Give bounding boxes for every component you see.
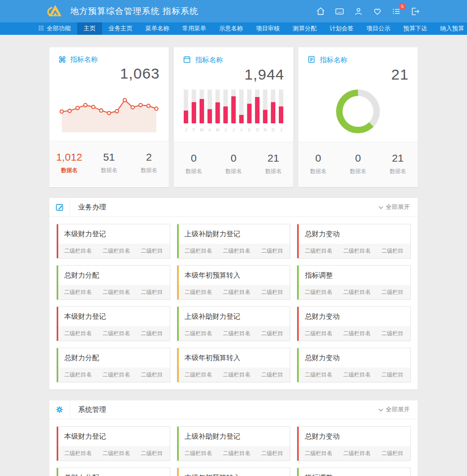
sublink[interactable]: 二级栏目名: [103, 288, 130, 296]
sublink[interactable]: 二级栏目名: [343, 371, 370, 379]
function-card[interactable]: 总财力分配二级栏目名二级栏目名二级栏目: [56, 348, 170, 382]
function-card-sublinks: 二级栏目名二级栏目名二级栏目: [297, 326, 410, 341]
sublink[interactable]: 二级栏目名: [64, 371, 92, 379]
accent-bar: [57, 348, 58, 382]
nav-item-3[interactable]: 菜单名称: [139, 22, 176, 35]
function-card[interactable]: 上级补助财力登记二级栏目名二级栏目名二级栏目: [177, 306, 291, 341]
sublink[interactable]: 二级栏目名: [223, 330, 250, 337]
expand-all-button[interactable]: 全部展开: [378, 405, 410, 414]
nav-item-7[interactable]: 测算分配: [286, 22, 323, 35]
sublink[interactable]: 二级栏目名: [185, 450, 212, 457]
sublink[interactable]: 二级栏目: [381, 288, 403, 296]
function-card[interactable]: 总财力变动二级栏目名二级栏目名二级栏目: [297, 306, 411, 341]
expand-all-button[interactable]: 全部展开: [378, 203, 410, 211]
metric: 51数据名: [89, 151, 129, 174]
function-card[interactable]: 总财力分配二级栏目名二级栏目名二级栏目: [56, 265, 170, 300]
function-card[interactable]: 本级财力登记二级栏目名二级栏目名二级栏目: [56, 306, 170, 341]
sublink[interactable]: 二级栏目: [141, 371, 163, 379]
function-card[interactable]: 总财力变动二级栏目名二级栏目名二级栏目: [297, 348, 411, 382]
sublink[interactable]: 二级栏目: [141, 330, 163, 337]
sublink[interactable]: 二级栏目: [141, 288, 163, 296]
panel-system: 系统管理全部展开本级财力登记二级栏目名二级栏目名二级栏目上级补助财力登记二级栏目…: [49, 400, 418, 476]
sublink[interactable]: 二级栏目名: [305, 288, 332, 296]
sublink[interactable]: 二级栏目名: [64, 450, 92, 457]
nav-item-11[interactable]: 纳入预算: [434, 22, 467, 35]
function-card[interactable]: 总财力变动二级栏目名二级栏目名二级栏目: [297, 426, 411, 461]
nav-item-5[interactable]: 示意名称: [213, 22, 249, 35]
sublink[interactable]: 二级栏目: [141, 247, 163, 255]
sublink[interactable]: 二级栏目: [261, 288, 283, 296]
sublink[interactable]: 二级栏目: [381, 450, 403, 457]
nav-item-2[interactable]: 业务主页: [102, 22, 139, 35]
sublink[interactable]: 二级栏目名: [185, 247, 212, 255]
sublink[interactable]: 二级栏目名: [305, 330, 332, 337]
sublink[interactable]: 二级栏目: [261, 371, 283, 379]
sublink[interactable]: 二级栏目名: [343, 330, 370, 337]
svg-text:N: N: [264, 127, 267, 132]
nav-item-1[interactable]: 主页: [77, 22, 102, 35]
sublink[interactable]: 二级栏目名: [305, 247, 332, 255]
function-card-title: 总财力分配: [57, 266, 170, 285]
sublink[interactable]: 二级栏目: [141, 450, 163, 457]
function-card-title: 上级补助财力登记: [177, 224, 290, 244]
heart-icon[interactable]: [372, 6, 383, 17]
function-card[interactable]: 指标调整二级栏目名二级栏目名二级栏目: [297, 265, 411, 300]
sublink[interactable]: 二级栏目名: [103, 330, 130, 337]
sublink[interactable]: 二级栏目名: [343, 450, 370, 457]
sublink[interactable]: 二级栏目名: [343, 288, 370, 296]
sublink[interactable]: 二级栏目名: [223, 371, 250, 379]
sublink[interactable]: 二级栏目: [381, 247, 403, 255]
donut-chart: [336, 90, 380, 133]
function-card[interactable]: 本级年初预算转入二级栏目名二级栏目名二级栏目: [177, 348, 291, 382]
sublink[interactable]: 二级栏目名: [103, 371, 130, 379]
metric: 0数据名: [214, 152, 253, 175]
sublink[interactable]: 二级栏目名: [185, 330, 212, 337]
function-card[interactable]: 总财力分配二级栏目名二级栏目名二级栏目: [56, 468, 170, 476]
sublink[interactable]: 二级栏目名: [185, 371, 212, 379]
metric: 1,012数据名: [49, 151, 89, 174]
nav-item-10[interactable]: 预算下达: [397, 22, 434, 35]
stat-card-title-label: 指标名称: [70, 55, 98, 64]
sublink[interactable]: 二级栏目: [381, 371, 403, 379]
sublink[interactable]: 二级栏目名: [64, 247, 92, 255]
edit-icon: [49, 198, 70, 216]
sublink[interactable]: 二级栏目: [381, 330, 403, 337]
sublink[interactable]: 二级栏目: [261, 247, 283, 255]
nav-item-label: 示意名称: [219, 24, 243, 33]
svg-text:A: A: [240, 127, 243, 132]
sublink[interactable]: 二级栏目名: [305, 371, 332, 379]
panel-title: 业务办理: [78, 203, 106, 212]
sublink[interactable]: 二级栏目名: [305, 450, 332, 457]
nav-item-all-functions[interactable]: 全部功能: [32, 22, 77, 35]
sublink[interactable]: 二级栏目名: [223, 247, 250, 255]
sublink[interactable]: 二级栏目名: [64, 330, 92, 337]
function-card[interactable]: 本级财力登记二级栏目名二级栏目名二级栏目: [56, 426, 170, 461]
sublink[interactable]: 二级栏目名: [103, 247, 130, 255]
sublink[interactable]: 二级栏目: [261, 330, 283, 337]
logout-icon[interactable]: [410, 6, 421, 17]
function-card[interactable]: 上级补助财力登记二级栏目名二级栏目名二级栏目: [177, 426, 291, 461]
card-icon[interactable]: [334, 6, 345, 17]
function-card[interactable]: 本级年初预算转入二级栏目名二级栏目名二级栏目: [177, 468, 291, 476]
sublink[interactable]: 二级栏目名: [185, 288, 212, 296]
list-icon[interactable]: 5: [391, 6, 402, 17]
stat-card-chart: [58, 86, 160, 135]
nav-item-8[interactable]: 计划会签: [323, 22, 360, 35]
nav-item-6[interactable]: 项目审核: [249, 22, 286, 35]
home-icon[interactable]: [315, 6, 326, 17]
sublink[interactable]: 二级栏目名: [223, 450, 250, 457]
sublink[interactable]: 二级栏目名: [343, 247, 370, 255]
function-card[interactable]: 指标调整二级栏目名二级栏目名二级栏目: [297, 468, 411, 476]
function-card[interactable]: 本级财力登记二级栏目名二级栏目名二级栏目: [56, 224, 170, 259]
nav-item-4[interactable]: 常用菜单: [176, 22, 213, 35]
function-card[interactable]: 总财力变动二级栏目名二级栏目名二级栏目: [297, 224, 411, 259]
accent-bar: [177, 427, 179, 461]
function-card[interactable]: 上级补助财力登记二级栏目名二级栏目名二级栏目: [177, 224, 291, 259]
sublink[interactable]: 二级栏目名: [223, 288, 250, 296]
function-card[interactable]: 本级年初预算转入二级栏目名二级栏目名二级栏目: [177, 265, 291, 300]
sublink[interactable]: 二级栏目: [261, 450, 283, 457]
nav-item-9[interactable]: 项目公示: [360, 22, 397, 35]
sublink[interactable]: 二级栏目名: [103, 450, 130, 457]
user-icon[interactable]: [353, 6, 364, 17]
sublink[interactable]: 二级栏目名: [64, 288, 92, 296]
